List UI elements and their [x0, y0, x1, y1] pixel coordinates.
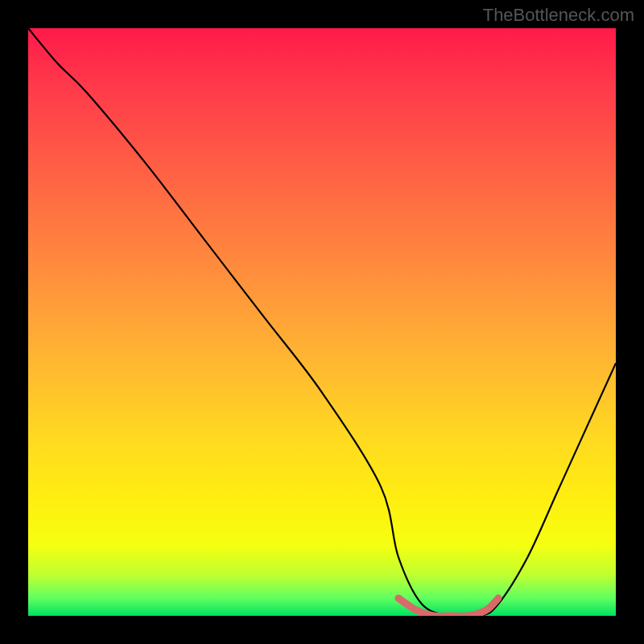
- chart-svg: [28, 28, 616, 616]
- watermark-text: TheBottleneck.com: [483, 5, 634, 26]
- chart-plot-area: [28, 28, 616, 616]
- bottleneck-curve-line: [28, 28, 616, 616]
- optimal-range-marker-line: [398, 598, 498, 616]
